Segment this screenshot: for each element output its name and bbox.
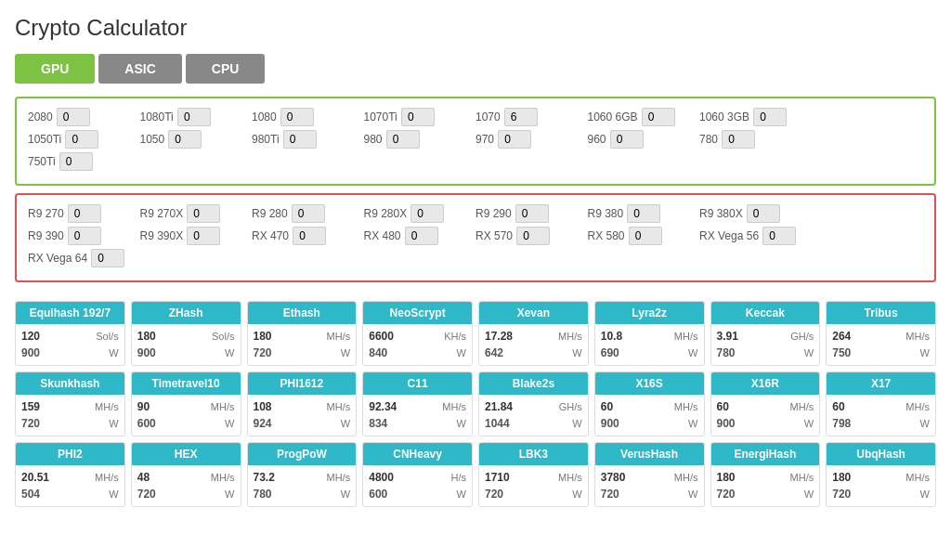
gpu-label: 1050: [140, 133, 165, 146]
gpu-quantity-input[interactable]: [187, 204, 220, 223]
gpu-quantity-input[interactable]: [504, 108, 538, 126]
gpu-label: 1070Ti: [364, 111, 397, 124]
algo-hashrate-unit: H/s: [451, 472, 467, 483]
gpu-label: RX Vega 64: [28, 252, 87, 265]
gpu-quantity-input[interactable]: [292, 204, 325, 223]
gpu-label: R9 390: [28, 229, 64, 242]
gpu-quantity-input[interactable]: [515, 204, 549, 223]
gpu-item: R9 270X: [140, 204, 253, 223]
gpu-quantity-input[interactable]: [410, 204, 444, 223]
algo-hashrate-unit: MH/s: [442, 401, 466, 412]
gpu-quantity-input[interactable]: [747, 204, 780, 223]
algo-watt-row: 900W: [137, 345, 235, 361]
algo-watt-row: 600W: [137, 415, 235, 432]
algo-watt-value: 720: [717, 488, 736, 501]
gpu-quantity-input[interactable]: [386, 130, 420, 149]
algo-hashrate-unit: MH/s: [327, 331, 351, 342]
algo-name: PHI2: [16, 443, 124, 465]
gpu-quantity-input[interactable]: [283, 130, 317, 149]
algo-hashrate-unit: MH/s: [558, 331, 582, 342]
gpu-quantity-input[interactable]: [65, 130, 98, 149]
algo-watt-unit: W: [920, 418, 930, 429]
gpu-quantity-input[interactable]: [68, 204, 101, 223]
gpu-quantity-input[interactable]: [187, 227, 220, 245]
gpu-quantity-input[interactable]: [762, 227, 796, 245]
algo-card: Lyra2z10.8MH/s690W: [594, 301, 705, 366]
algo-hashrate-value: 6600: [369, 330, 394, 343]
algo-hashrate-row: 6600KH/s: [369, 328, 466, 345]
algo-watt-unit: W: [457, 347, 466, 358]
algo-watt-unit: W: [225, 418, 234, 429]
algo-body: 73.2MH/s780W: [248, 465, 357, 506]
algo-body: 90MH/s600W: [132, 395, 241, 436]
gpu-quantity-input[interactable]: [59, 152, 93, 171]
gpu-quantity-input[interactable]: [516, 227, 550, 245]
algo-watt-unit: W: [341, 488, 350, 500]
algo-watt-value: 834: [369, 417, 387, 430]
amd-gpu-section: R9 270R9 270XR9 280R9 280XR9 290R9 380R9…: [15, 193, 936, 282]
gpu-quantity-input[interactable]: [405, 227, 438, 245]
gpu-label: RX 570: [476, 229, 513, 242]
algo-watt-value: 720: [601, 488, 619, 501]
gpu-quantity-input[interactable]: [753, 108, 787, 126]
algo-name: HEX: [132, 443, 241, 465]
gpu-quantity-input[interactable]: [168, 130, 202, 149]
gpu-quantity-input[interactable]: [68, 227, 101, 245]
algo-hashrate-row: 92.34MH/s: [369, 398, 466, 415]
tab-gpu[interactable]: GPU: [15, 54, 95, 84]
gpu-quantity-input[interactable]: [722, 130, 755, 149]
algo-watt-value: 924: [254, 417, 272, 430]
tab-asic[interactable]: ASIC: [98, 54, 181, 84]
algo-body: 20.51MH/s504W: [16, 465, 124, 506]
algo-watt-value: 780: [717, 346, 736, 359]
gpu-quantity-input[interactable]: [498, 130, 531, 149]
algo-watt-value: 750: [832, 346, 851, 359]
algo-hashrate-row: 90MH/s: [137, 398, 235, 415]
gpu-item: RX 470: [252, 227, 364, 245]
algo-hashrate-value: 180: [832, 471, 851, 484]
gpu-quantity-input[interactable]: [57, 108, 90, 126]
algo-hashrate-value: 108: [254, 400, 272, 413]
gpu-quantity-input[interactable]: [642, 108, 675, 126]
gpu-label: 980: [364, 133, 383, 146]
algo-card: Skunkhash159MH/s720W: [15, 371, 125, 436]
algo-watt-unit: W: [804, 418, 814, 429]
algo-body: 60MH/s900W: [711, 395, 820, 436]
algo-watt-row: 600W: [369, 486, 466, 502]
algo-hashrate-row: 180MH/s: [717, 469, 814, 486]
gpu-row: 1050Ti1050980Ti980970960780: [28, 130, 923, 149]
gpu-quantity-input[interactable]: [401, 108, 435, 126]
algo-watt-value: 720: [254, 346, 272, 359]
algo-name: PHI1612: [248, 372, 357, 395]
algo-card: LBK31710MH/s720W: [478, 442, 589, 507]
algo-watt-unit: W: [688, 418, 697, 429]
algo-body: 17.28MH/s642W: [479, 324, 588, 365]
gpu-quantity-input[interactable]: [610, 130, 644, 149]
algo-hashrate-value: 60: [832, 400, 844, 413]
algo-hashrate-value: 21.84: [485, 400, 513, 413]
gpu-label: RX 580: [588, 229, 625, 242]
algo-hashrate-row: 180Sol/s: [137, 328, 235, 345]
gpu-quantity-input[interactable]: [177, 108, 211, 126]
algo-body: 48MH/s720W: [132, 465, 241, 506]
gpu-label: R9 270X: [140, 207, 184, 220]
gpu-quantity-input[interactable]: [91, 249, 124, 267]
gpu-quantity-input[interactable]: [629, 227, 662, 245]
algo-hashrate-unit: MH/s: [327, 472, 351, 483]
algo-body: 10.8MH/s690W: [595, 324, 704, 365]
gpu-label: 2080: [28, 111, 53, 124]
gpu-quantity-input[interactable]: [293, 227, 326, 245]
algo-watt-value: 900: [717, 417, 736, 430]
algo-hashrate-value: 180: [254, 330, 272, 343]
gpu-quantity-input[interactable]: [627, 204, 660, 223]
algo-watt-row: 780W: [254, 486, 351, 502]
algo-card: ProgPoW73.2MH/s780W: [247, 442, 358, 507]
algo-watt-row: 720W: [254, 345, 351, 361]
gpu-label: R9 280X: [364, 207, 408, 220]
algo-name: Tribus: [827, 302, 935, 324]
gpu-quantity-input[interactable]: [280, 108, 314, 126]
gpu-label: R9 390X: [140, 229, 184, 242]
algo-hashrate-unit: MH/s: [558, 472, 582, 483]
tab-cpu[interactable]: CPU: [186, 54, 266, 84]
algo-watt-row: 1044W: [485, 415, 582, 432]
